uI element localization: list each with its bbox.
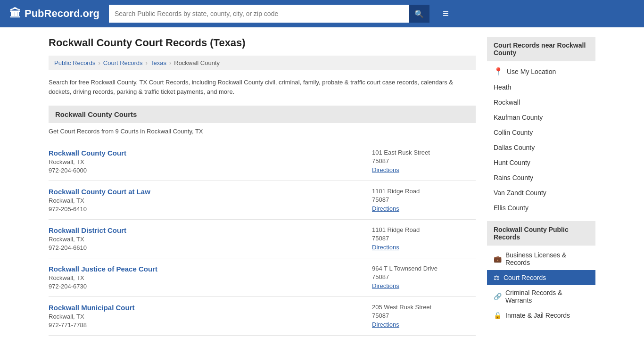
- court-name[interactable]: Rockwall Justice of Peace Court: [49, 265, 363, 273]
- nearby-item[interactable]: Van Zandt County: [487, 185, 595, 200]
- court-zip: 75087: [372, 235, 476, 242]
- court-city: Rockwall, TX: [49, 158, 363, 165]
- public-records-icon: 💼: [494, 255, 502, 263]
- court-item: Rockwall District Court Rockwall, TX 972…: [49, 220, 476, 258]
- court-address: 1101 Ridge Road 75087 Directions: [372, 188, 476, 213]
- court-phone: 972-204-6730: [49, 283, 363, 290]
- site-logo[interactable]: 🏛 PubRecord.org: [9, 7, 99, 20]
- directions-link[interactable]: Directions: [372, 244, 399, 251]
- court-item: Rockwall County Court at Law Rockwall, T…: [49, 181, 476, 220]
- search-input[interactable]: [109, 5, 409, 23]
- main-container: Rockwall County Court Records (Texas) Pu…: [39, 27, 605, 345]
- court-phone: 972-205-6410: [49, 206, 363, 213]
- public-records-icon: ⚖: [494, 274, 500, 281]
- court-item: Rockwall County Court Rockwall, TX 972-2…: [49, 142, 476, 181]
- court-info: Rockwall County Court Rockwall, TX 972-2…: [49, 149, 363, 174]
- nearby-item[interactable]: Hunt County: [487, 155, 595, 170]
- court-zip: 75087: [372, 312, 476, 319]
- courts-count: Get Court Records from 9 Courts in Rockw…: [49, 128, 476, 135]
- breadcrumb-current: Rockwall County: [174, 59, 220, 66]
- nearby-item[interactable]: Collin County: [487, 125, 595, 140]
- location-icon: 📍: [494, 67, 503, 76]
- court-address: 205 West Rusk Street 75087 Directions: [372, 304, 476, 329]
- breadcrumb: Public Records › Court Records › Texas ›…: [49, 56, 476, 70]
- public-records-section-title: Rockwall County Public Records: [487, 221, 595, 246]
- breadcrumb-public-records[interactable]: Public Records: [54, 59, 95, 66]
- court-city: Rockwall, TX: [49, 197, 363, 204]
- court-phone: 972-204-6610: [49, 244, 363, 251]
- court-street: 101 East Rusk Street: [372, 149, 476, 156]
- sidebar: Court Records near Rockwall County 📍 Use…: [487, 37, 595, 336]
- public-records-label: Court Records: [504, 274, 546, 281]
- court-item: Rockwall Justice of Peace Court Rockwall…: [49, 258, 476, 297]
- public-records-label: Criminal Records & Warrants: [505, 289, 589, 304]
- hamburger-icon: ≡: [443, 8, 449, 19]
- court-street: 1101 Ridge Road: [372, 188, 476, 195]
- nearby-item[interactable]: Ellis County: [487, 200, 595, 215]
- courts-section-header: Rockwall County Courts: [49, 106, 476, 123]
- public-records-icon: 🔒: [494, 312, 502, 319]
- directions-link[interactable]: Directions: [372, 321, 399, 328]
- menu-button[interactable]: ≡: [443, 8, 449, 20]
- search-icon: 🔍: [414, 9, 424, 18]
- court-street: 964 T L Townsend Drive: [372, 265, 476, 272]
- use-location-label: Use My Location: [507, 68, 556, 75]
- breadcrumb-texas[interactable]: Texas: [150, 59, 166, 66]
- use-location-button[interactable]: 📍 Use My Location: [487, 63, 595, 80]
- court-zip: 75087: [372, 273, 476, 280]
- court-street: 205 West Rusk Street: [372, 304, 476, 311]
- search-area: 🔍: [109, 5, 429, 23]
- nearby-item[interactable]: Rockwall: [487, 95, 595, 110]
- court-phone: 972-204-6000: [49, 167, 363, 174]
- court-name[interactable]: Rockwall County Court: [49, 149, 363, 157]
- public-records-item[interactable]: 🔗 Criminal Records & Warrants: [487, 285, 595, 308]
- court-address: 1101 Ridge Road 75087 Directions: [372, 226, 476, 251]
- court-item: Rockwall Municipal Court Rockwall, TX 97…: [49, 297, 476, 336]
- public-records-label: Inmate & Jail Records: [505, 312, 570, 319]
- court-phone: 972-771-7788: [49, 321, 363, 329]
- court-info: Rockwall Justice of Peace Court Rockwall…: [49, 265, 363, 290]
- court-city: Rockwall, TX: [49, 274, 363, 281]
- page-description: Search for free Rockwall County, TX Cour…: [49, 78, 476, 96]
- breadcrumb-court-records[interactable]: Court Records: [103, 59, 143, 66]
- search-button[interactable]: 🔍: [409, 5, 429, 23]
- court-info: Rockwall County Court at Law Rockwall, T…: [49, 188, 363, 213]
- court-name[interactable]: Rockwall Municipal Court: [49, 304, 363, 312]
- public-records-items: 💼 Business Licenses & Records ⚖ Court Re…: [487, 247, 595, 323]
- public-records-label: Business Licenses & Records: [505, 251, 589, 266]
- nearby-item[interactable]: Dallas County: [487, 140, 595, 155]
- logo-text: PubRecord.org: [25, 8, 99, 20]
- directions-link[interactable]: Directions: [372, 166, 399, 173]
- public-records-icon: 🔗: [494, 293, 502, 300]
- court-zip: 75087: [372, 196, 476, 203]
- court-street: 1101 Ridge Road: [372, 226, 476, 233]
- breadcrumb-sep-3: ›: [169, 59, 171, 66]
- court-address: 101 East Rusk Street 75087 Directions: [372, 149, 476, 174]
- court-address: 964 T L Townsend Drive 75087 Directions: [372, 265, 476, 290]
- public-records-item[interactable]: 💼 Business Licenses & Records: [487, 247, 595, 270]
- nearby-item[interactable]: Kaufman County: [487, 110, 595, 125]
- site-header: 🏛 PubRecord.org 🔍 ≡: [0, 0, 644, 27]
- logo-icon: 🏛: [9, 7, 21, 20]
- breadcrumb-sep-1: ›: [98, 59, 100, 66]
- nearby-items: HeathRockwallKaufman CountyCollin County…: [487, 80, 595, 215]
- directions-link[interactable]: Directions: [372, 282, 399, 289]
- sidebar-divider: [487, 215, 595, 221]
- directions-link[interactable]: Directions: [372, 205, 399, 212]
- court-zip: 75087: [372, 157, 476, 165]
- content-area: Rockwall County Court Records (Texas) Pu…: [49, 37, 476, 336]
- nearby-item[interactable]: Rains County: [487, 170, 595, 185]
- courts-list: Rockwall County Court Rockwall, TX 972-2…: [49, 142, 476, 336]
- breadcrumb-sep-2: ›: [146, 59, 148, 66]
- court-name[interactable]: Rockwall County Court at Law: [49, 188, 363, 196]
- court-info: Rockwall District Court Rockwall, TX 972…: [49, 226, 363, 251]
- court-city: Rockwall, TX: [49, 313, 363, 320]
- court-name[interactable]: Rockwall District Court: [49, 226, 363, 234]
- public-records-item[interactable]: 🔒 Inmate & Jail Records: [487, 308, 595, 323]
- court-city: Rockwall, TX: [49, 236, 363, 243]
- court-info: Rockwall Municipal Court Rockwall, TX 97…: [49, 304, 363, 329]
- nearby-section-title: Court Records near Rockwall County: [487, 37, 595, 61]
- nearby-item[interactable]: Heath: [487, 80, 595, 95]
- public-records-item[interactable]: ⚖ Court Records: [487, 270, 595, 285]
- page-title: Rockwall County Court Records (Texas): [49, 37, 476, 49]
